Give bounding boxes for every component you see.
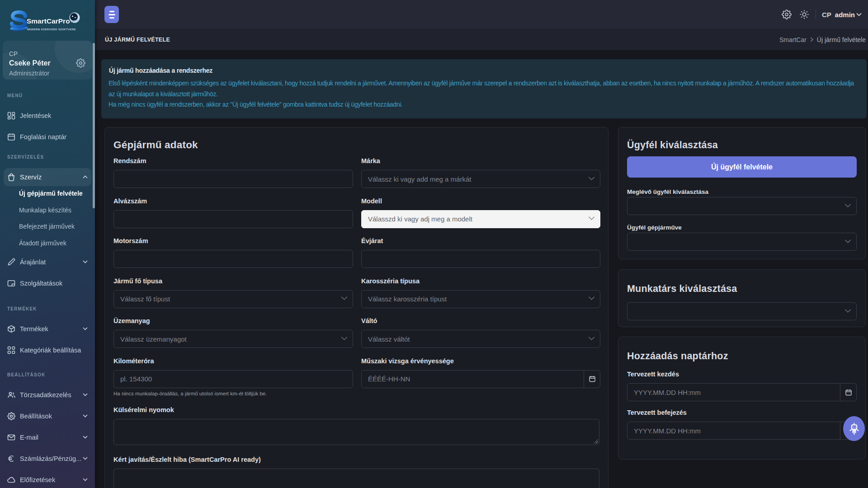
svg-text:SmartCarPro: SmartCarPro [27, 17, 70, 25]
svg-text:MODERN SZERVIZEK SZOFTVERE: MODERN SZERVIZEK SZOFTVERE [27, 28, 76, 31]
